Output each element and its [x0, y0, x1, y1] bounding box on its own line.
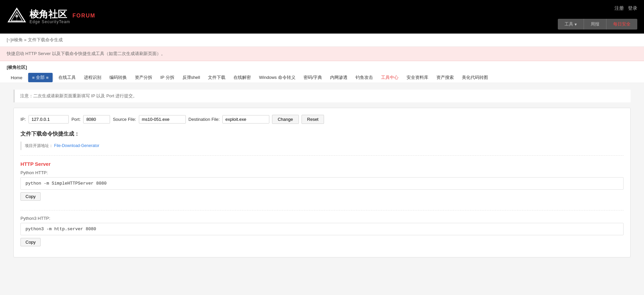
login-link[interactable]: 登录	[628, 5, 637, 11]
logo-text-group: 棱角社区 FORUM Edge SecurityTeam	[30, 9, 96, 24]
nav-all-label: 全部	[36, 75, 45, 81]
nav-divider-2	[53, 75, 54, 80]
tools-label: 工具	[565, 21, 573, 27]
breadcrumb: [~]#棱角 » 文件下载命令生成	[0, 34, 644, 47]
nav-beautify-code[interactable]: 美化代码转图	[458, 72, 492, 83]
nav-all[interactable]: ≡ 全部 ≡	[28, 73, 53, 82]
nav-security-lib[interactable]: 安全资料库	[402, 72, 432, 83]
content-area: 注意：二次生成请刷新页面重新填写 IP 以及 Port 进行提交。 IP: Po…	[7, 83, 637, 264]
daily-button[interactable]: 每日安全	[606, 19, 637, 30]
logo-area: 棱角社区 FORUM Edge SecurityTeam	[7, 7, 96, 27]
section-sep-2	[20, 210, 624, 210]
alert-text: 快捷启动 HTTP Server 以及下载命令快捷生成工具（如需二次生成请刷新页…	[7, 51, 165, 56]
change-button[interactable]: Change	[272, 115, 299, 124]
source-link-url[interactable]: File-Download-Generator	[54, 143, 99, 148]
nav-intranet[interactable]: 内网渗透	[326, 72, 352, 83]
section-title: 文件下载命令快捷生成：	[20, 131, 624, 138]
main-nav-wrapper: [棱角社区] Home ≡ 全部 ≡ 在线工具 进程识别 编码转换 资产分拆 I…	[0, 61, 644, 83]
nav-windows-cmd[interactable]: Windows 命令转义	[255, 72, 299, 83]
tools-arrow-icon: ▾	[575, 22, 577, 27]
ip-form: IP: Port: Source File: Destination File:…	[20, 115, 624, 124]
alert-bar: 快捷启动 HTTP Server 以及下载命令快捷生成工具（如需二次生成请刷新页…	[0, 47, 644, 61]
header-auth: 注册 登录	[614, 5, 637, 11]
notice-bar: 注意：二次生成请刷新页面重新填写 IP 以及 Port 进行提交。	[13, 90, 631, 102]
main-card: IP: Port: Source File: Destination File:…	[13, 108, 631, 257]
nav-password-dict[interactable]: 密码/字典	[300, 72, 326, 83]
logo-sub: Edge SecurityTeam	[30, 19, 96, 24]
ip-label: IP:	[20, 117, 26, 122]
python3-http-label: Python3 HTTP:	[20, 216, 624, 221]
nav-ip-split[interactable]: IP 分拆	[156, 72, 178, 83]
breadcrumb-home[interactable]: [~]#棱角	[7, 37, 23, 42]
site-label: [棱角社区]	[7, 64, 637, 70]
port-label: Port:	[71, 117, 80, 122]
ip-input[interactable]	[29, 115, 69, 124]
source-link-label: 项目开源地址：	[25, 143, 53, 148]
dest-file-input[interactable]	[222, 115, 269, 124]
python3-http-cmd: python3 -m http.server 8080	[20, 223, 624, 235]
breadcrumb-current: 文件下载命令生成	[28, 37, 63, 42]
nav-divider-1	[27, 75, 28, 80]
forum-label: FORUM	[72, 13, 96, 19]
weekly-button[interactable]: 周报	[584, 19, 606, 30]
logo-chinese: 棱角社区	[30, 9, 67, 20]
source-file-input[interactable]	[139, 115, 186, 124]
python3-http-copy-button[interactable]: Copy	[20, 238, 41, 246]
section-sep-1	[20, 155, 624, 156]
nav-online-decrypt[interactable]: 在线解密	[229, 72, 255, 83]
reset-button[interactable]: Reset	[302, 115, 324, 124]
dest-label: Destination File:	[189, 117, 220, 122]
svg-point-4	[15, 15, 18, 17]
nav-home[interactable]: Home	[7, 73, 26, 82]
python-http-label: Python HTTP:	[20, 170, 624, 175]
port-input[interactable]	[83, 115, 110, 124]
header-right: 注册 登录 工具 ▾ 周报 每日安全	[558, 0, 637, 34]
breadcrumb-separator: »	[24, 37, 26, 42]
nav-encode-convert[interactable]: 编码转换	[105, 72, 131, 83]
logo-icon	[7, 7, 27, 27]
header: 棱角社区 FORUM Edge SecurityTeam 注册 登录 工具 ▾ …	[0, 0, 644, 34]
python-http-copy-button[interactable]: Copy	[20, 192, 41, 201]
main-nav: Home ≡ 全部 ≡ 在线工具 进程识别 编码转换 资产分拆 IP 分拆 反弹…	[7, 72, 637, 83]
nav-all-icon2: ≡	[46, 75, 49, 80]
nav-all-icon: ≡	[32, 75, 35, 80]
nav-tool-center[interactable]: 工具中心	[377, 72, 402, 83]
nav-file-download[interactable]: 文件下载	[204, 72, 229, 83]
nav-asset-search[interactable]: 资产搜索	[432, 72, 458, 83]
python-http-cmd: python -m SimpleHTTPServer 8080	[20, 177, 624, 190]
register-link[interactable]: 注册	[614, 5, 624, 11]
tools-button[interactable]: 工具 ▾	[558, 19, 584, 30]
nav-reverse-shell[interactable]: 反弹shell	[178, 72, 204, 83]
nav-asset-split[interactable]: 资产分拆	[131, 72, 156, 83]
source-link: 项目开源地址： File-Download-Generator	[20, 142, 624, 150]
nav-process-id[interactable]: 进程识别	[80, 72, 105, 83]
header-buttons: 工具 ▾ 周报 每日安全	[558, 19, 637, 30]
notice-text: 注意：二次生成请刷新页面重新填写 IP 以及 Port 进行提交。	[20, 93, 137, 98]
nav-online-tools[interactable]: 在线工具	[54, 72, 80, 83]
nav-phishing[interactable]: 钓鱼攻击	[352, 72, 377, 83]
http-server-title: HTTP Server	[20, 161, 624, 167]
source-label: Source File:	[113, 117, 136, 122]
